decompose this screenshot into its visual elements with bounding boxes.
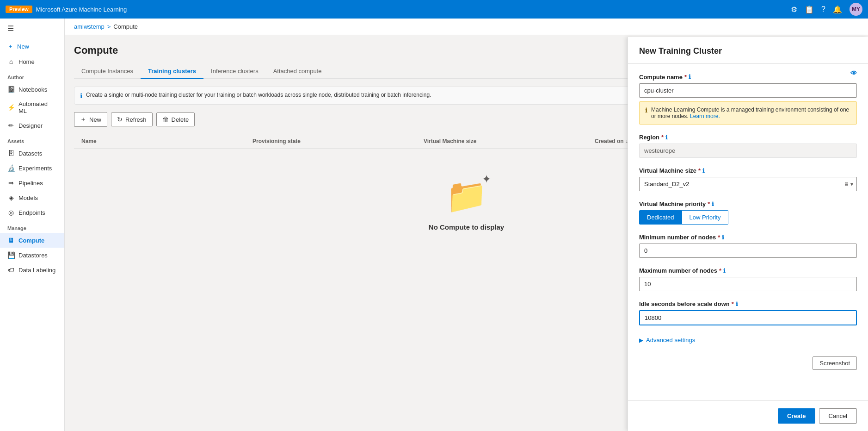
home-icon: ⌂ <box>7 58 15 65</box>
create-button[interactable]: Create <box>778 408 815 424</box>
dedicated-button[interactable]: Dedicated <box>639 210 682 225</box>
screenshot-area: Screenshot <box>639 356 857 374</box>
info-box-text: Machine Learning Compute is a managed tr… <box>651 106 851 119</box>
vm-priority-label: Virtual Machine priority * ℹ <box>639 200 857 207</box>
tab-attached-compute[interactable]: Attached compute <box>266 64 329 79</box>
region-info-icon[interactable]: ℹ <box>665 134 668 141</box>
compute-info-box: ℹ Machine Learning Compute is a managed … <box>639 101 857 125</box>
sidebar-item-designer[interactable]: ✏ Designer <box>0 118 64 133</box>
vm-priority-group: Virtual Machine priority * ℹ Dedicated L… <box>639 200 857 225</box>
delete-button[interactable]: 🗑 Delete <box>156 112 195 126</box>
designer-icon: ✏ <box>7 122 15 129</box>
datasets-label: Datasets <box>18 150 42 157</box>
col-name[interactable]: Name <box>81 138 252 144</box>
tab-inference-clusters[interactable]: Inference clusters <box>203 64 266 79</box>
hamburger-icon[interactable]: ☰ <box>0 19 64 38</box>
sidebar-item-data-labeling[interactable]: 🏷 Data Labeling <box>0 262 64 277</box>
info-bar-icon: ℹ <box>80 92 82 100</box>
breadcrumb-current: Compute <box>113 23 138 30</box>
refresh-icon: ↻ <box>117 116 123 123</box>
notebooks-label: Notebooks <box>18 86 47 93</box>
user-icon[interactable]: 🔔 <box>833 5 842 14</box>
sidebar-item-notebooks[interactable]: 📓 Notebooks <box>0 82 64 97</box>
idle-seconds-input[interactable] <box>639 310 857 325</box>
automated-ml-icon: ⚡ <box>7 104 15 111</box>
datasets-icon: 🗄 <box>7 150 15 157</box>
breadcrumb-separator: > <box>107 23 111 30</box>
panel-header: New Training Cluster <box>628 37 868 64</box>
info-box-icon: ℹ <box>645 106 647 119</box>
models-icon: ◈ <box>7 194 15 201</box>
sidebar-item-home[interactable]: ⌂ Home <box>0 54 64 69</box>
tab-training-clusters[interactable]: Training clusters <box>141 64 203 79</box>
automated-ml-label: Automated ML <box>18 100 57 114</box>
refresh-button[interactable]: ↻ Refresh <box>111 112 153 126</box>
sidebar-item-experiments[interactable]: 🔬 Experiments <box>0 161 64 175</box>
sidebar-item-datastores[interactable]: 💾 Datastores <box>0 248 64 262</box>
settings-icon[interactable]: ⚙ <box>791 5 797 14</box>
topbar: Preview Microsoft Azure Machine Learning… <box>0 0 868 19</box>
panel-body: Compute name * ℹ 👁 ℹ Machine Learning Co… <box>628 64 868 400</box>
endpoints-icon: ◎ <box>7 209 15 216</box>
vm-priority-toggle: Dedicated Low Priority <box>639 210 857 225</box>
panel-footer: Create Cancel <box>628 400 868 431</box>
new-icon: ＋ <box>80 115 86 124</box>
advanced-settings-label: Advanced settings <box>646 337 695 344</box>
visibility-icon[interactable]: 👁 <box>850 69 857 77</box>
learn-more-link[interactable]: Learn more. <box>690 113 720 119</box>
compute-name-input[interactable] <box>639 83 857 98</box>
col-provisioning[interactable]: Provisioning state <box>252 138 424 144</box>
sidebar-section-manage: Manage <box>0 220 64 233</box>
sidebar-item-datasets[interactable]: 🗄 Datasets <box>0 146 64 161</box>
sidebar: ☰ ＋ New ⌂ Home Author 📓 Notebooks ⚡ Auto… <box>0 19 65 431</box>
experiments-icon: 🔬 <box>7 164 15 172</box>
sidebar-item-compute[interactable]: 🖥 Compute <box>0 233 64 248</box>
home-label: Home <box>18 58 35 65</box>
compute-icon: 🖥 <box>7 237 15 244</box>
sidebar-item-pipelines[interactable]: ⇒ Pipelines <box>0 175 64 190</box>
vm-size-select-wrapper: 🖥 ▾ <box>639 177 857 191</box>
max-nodes-group: Maximum number of nodes * ℹ <box>639 267 857 291</box>
region-group: Region * ℹ <box>639 134 857 158</box>
sidebar-item-models[interactable]: ◈ Models <box>0 190 64 205</box>
region-input <box>639 144 857 158</box>
new-button[interactable]: ＋ New <box>0 38 64 54</box>
low-priority-button[interactable]: Low Priority <box>682 210 729 225</box>
sidebar-item-endpoints[interactable]: ◎ Endpoints <box>0 205 64 220</box>
compute-name-info-icon[interactable]: ℹ <box>689 74 691 80</box>
idle-seconds-info-icon[interactable]: ℹ <box>736 301 738 307</box>
vm-size-group: Virtual Machine size * ℹ 🖥 ▾ <box>639 167 857 191</box>
avatar[interactable]: MY <box>850 3 862 16</box>
data-labeling-icon: 🏷 <box>7 266 15 274</box>
screenshot-button[interactable]: Screenshot <box>813 356 857 370</box>
datastores-label: Datastores <box>18 252 48 259</box>
breadcrumb: amlwstemp > Compute <box>65 19 868 35</box>
vm-size-select[interactable] <box>639 177 857 191</box>
advanced-settings-toggle[interactable]: ▶ Advanced settings <box>639 335 857 345</box>
data-labeling-label: Data Labeling <box>18 267 55 274</box>
info-bar-text: Create a single or multi-node training c… <box>86 92 431 98</box>
help-icon[interactable]: ? <box>821 5 825 13</box>
col-vm-size[interactable]: Virtual Machine size <box>424 138 595 144</box>
vm-priority-info-icon[interactable]: ℹ <box>712 201 714 207</box>
new-compute-button[interactable]: ＋ New <box>74 112 107 127</box>
compute-name-group: Compute name * ℹ 👁 ℹ Machine Learning Co… <box>639 73 857 125</box>
sidebar-item-automated-ml[interactable]: ⚡ Automated ML <box>0 97 64 118</box>
tab-compute-instances[interactable]: Compute Instances <box>74 64 141 79</box>
min-nodes-input[interactable] <box>639 244 857 258</box>
experiments-label: Experiments <box>18 165 52 172</box>
datastores-icon: 💾 <box>7 251 15 259</box>
vm-size-info-icon[interactable]: ℹ <box>702 168 705 174</box>
chevron-right-icon: ▶ <box>639 337 643 344</box>
breadcrumb-workspace[interactable]: amlwstemp <box>74 23 105 30</box>
max-nodes-input[interactable] <box>639 277 857 291</box>
max-nodes-label: Maximum number of nodes * ℹ <box>639 267 857 274</box>
compute-name-label: Compute name * ℹ 👁 <box>639 73 857 81</box>
cancel-button[interactable]: Cancel <box>819 408 857 424</box>
app-title: Microsoft Azure Machine Learning <box>36 6 788 13</box>
max-nodes-info-icon[interactable]: ℹ <box>723 268 726 274</box>
feedback-icon[interactable]: 📋 <box>805 5 814 14</box>
min-nodes-info-icon[interactable]: ℹ <box>722 234 724 241</box>
region-label: Region * ℹ <box>639 134 857 141</box>
panel-title: New Training Cluster <box>639 46 857 56</box>
